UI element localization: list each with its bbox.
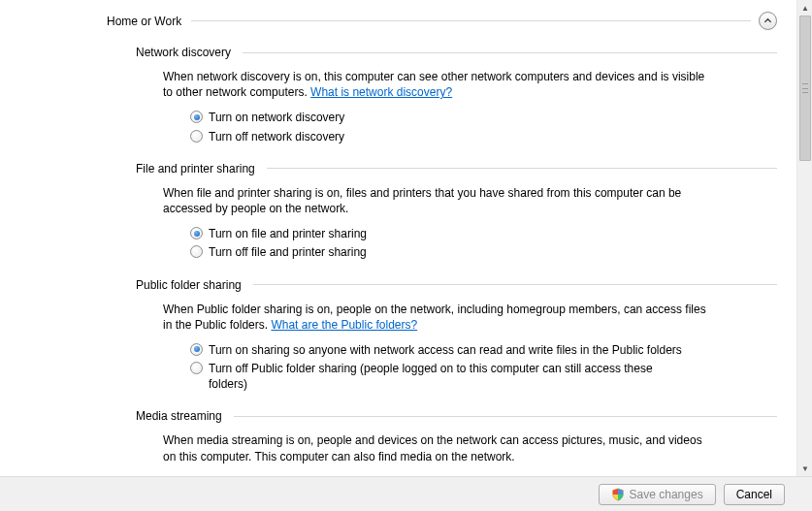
profile-header: Home or Work [107, 12, 777, 30]
radio-network-discovery-off[interactable]: Turn off network discovery [190, 129, 777, 144]
divider [253, 284, 777, 285]
section-description: When Public folder sharing is on, people… [163, 302, 706, 333]
divider [267, 168, 777, 169]
button-label: Save changes [630, 488, 703, 501]
button-label: Cancel [736, 488, 772, 501]
section-description: When network discovery is on, this compu… [163, 69, 706, 100]
radio-label: Turn on network discovery [209, 110, 344, 125]
radio-file-printer-on[interactable]: Turn on file and printer sharing [190, 226, 777, 241]
section-header: Media streaming [136, 409, 777, 423]
radio-group-network-discovery: Turn on network discovery Turn off netwo… [190, 110, 777, 144]
section-public-folder-sharing: Public folder sharing When Public folder… [136, 278, 777, 393]
section-title: Network discovery [136, 46, 243, 59]
divider [243, 52, 777, 53]
section-media-streaming: Media streaming When media streaming is … [136, 409, 777, 463]
radio-public-folder-on[interactable]: Turn on sharing so anyone with network a… [190, 342, 777, 358]
radio-icon [190, 227, 203, 240]
radio-group-file-printer: Turn on file and printer sharing Turn of… [190, 226, 777, 260]
divider [191, 20, 751, 21]
vertical-scrollbar[interactable]: ▲ ▼ [796, 0, 812, 476]
profile-title: Home or Work [107, 15, 191, 28]
section-file-printer-sharing: File and printer sharing When file and p… [136, 162, 777, 261]
radio-icon [190, 362, 203, 374]
section-header: File and printer sharing [136, 162, 777, 176]
section-description: When media streaming is on, people and d… [163, 432, 706, 463]
divider [234, 416, 777, 417]
link-what-is-network-discovery[interactable]: What is network discovery? [310, 85, 452, 99]
radio-label: Turn off Public folder sharing (people l… [209, 361, 694, 392]
shield-icon [611, 488, 625, 501]
settings-scroll-area: Home or Work Network discovery When netw… [0, 0, 796, 476]
radio-label: Turn on file and printer sharing [209, 226, 367, 241]
description-text: When Public folder sharing is on, people… [163, 303, 706, 332]
cancel-button[interactable]: Cancel [724, 484, 785, 505]
radio-icon [190, 130, 203, 143]
radio-group-public-folder: Turn on sharing so anyone with network a… [190, 342, 777, 393]
radio-public-folder-off[interactable]: Turn off Public folder sharing (people l… [190, 361, 777, 392]
link-what-are-public-folders[interactable]: What are the Public folders? [271, 318, 417, 332]
section-title: Media streaming [136, 409, 234, 423]
section-header: Network discovery [136, 46, 777, 59]
collapse-button[interactable] [759, 12, 777, 30]
radio-label: Turn off network discovery [209, 129, 344, 144]
chevron-up-icon [763, 16, 772, 25]
radio-network-discovery-on[interactable]: Turn on network discovery [190, 110, 777, 125]
scrollbar-thumb[interactable] [799, 16, 811, 161]
radio-label: Turn off file and printer sharing [209, 244, 367, 260]
scroll-down-arrow-icon[interactable]: ▼ [797, 461, 812, 476]
radio-icon [190, 343, 203, 356]
save-changes-button[interactable]: Save changes [599, 484, 716, 505]
section-header: Public folder sharing [136, 278, 777, 292]
radio-icon [190, 245, 203, 258]
section-title: Public folder sharing [136, 278, 253, 292]
section-network-discovery: Network discovery When network discovery… [136, 46, 777, 144]
radio-icon [190, 111, 203, 123]
scroll-up-arrow-icon[interactable]: ▲ [797, 0, 812, 16]
radio-file-printer-off[interactable]: Turn off file and printer sharing [190, 244, 777, 260]
section-title: File and printer sharing [136, 162, 267, 176]
radio-label: Turn on sharing so anyone with network a… [209, 342, 682, 358]
section-description: When file and printer sharing is on, fil… [163, 185, 706, 216]
footer-bar: Save changes Cancel [0, 476, 812, 511]
